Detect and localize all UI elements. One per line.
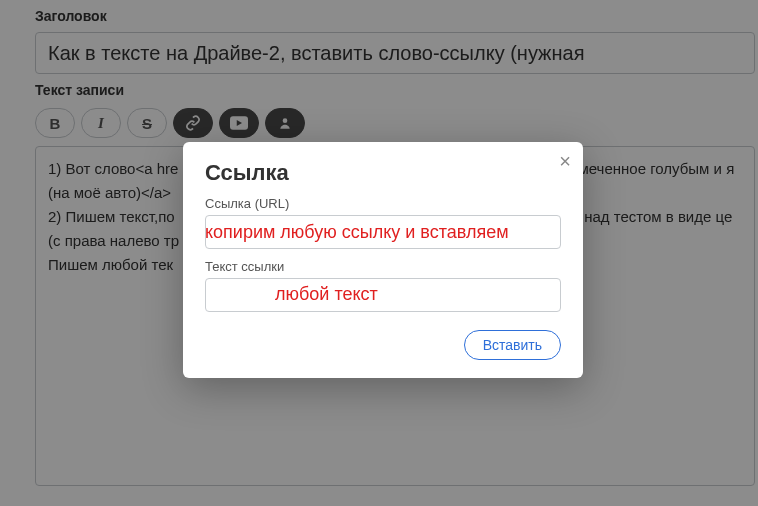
insert-button[interactable]: Вставить <box>464 330 561 360</box>
link-text-label: Текст ссылки <box>205 259 561 274</box>
close-button[interactable]: × <box>559 150 571 173</box>
url-input[interactable] <box>205 215 561 249</box>
modal-title: Ссылка <box>205 160 561 186</box>
url-label: Ссылка (URL) <box>205 196 561 211</box>
link-modal: × Ссылка Ссылка (URL) Текст ссылки Встав… <box>183 142 583 378</box>
link-text-input[interactable] <box>205 278 561 312</box>
